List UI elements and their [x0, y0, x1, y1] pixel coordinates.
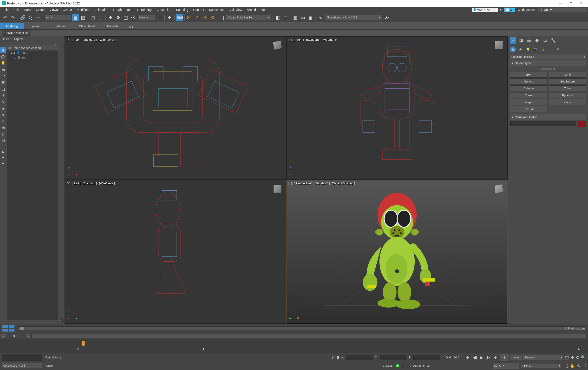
scale-icon[interactable]: ◫ [122, 14, 129, 21]
time-config-icon[interactable]: ＋ [500, 354, 509, 361]
viewport-top[interactable]: [+] [ Top ] [Standard ] [Wireframe ] [65, 36, 286, 180]
helpers-icon[interactable]: ▲ [540, 46, 546, 52]
btn-cylinder[interactable]: Cylinder [510, 85, 548, 91]
ribbon-tab-modeling[interactable]: Modeling [0, 23, 24, 29]
tool-hidden-icon[interactable]: 👁 [0, 118, 6, 124]
nav-hand-icon[interactable]: ✋ [569, 363, 575, 369]
menu-animation[interactable]: Animation [92, 7, 110, 12]
play-icon[interactable]: ▶ [479, 355, 484, 360]
hierarchy-tab-icon[interactable]: 品 [526, 37, 532, 44]
vp-persp-shading[interactable]: [Standard* ] [315, 182, 330, 185]
undo-icon[interactable]: ↶ [2, 14, 9, 21]
vp-left-shading[interactable]: [Standard ] [83, 182, 97, 185]
menu-scripting[interactable]: Scripting [174, 7, 190, 12]
create-tab-icon[interactable]: ＋ [510, 37, 516, 44]
maxscript-mini-label[interactable]: MAXScript Mini [2, 363, 42, 368]
menu-create[interactable]: Create [60, 7, 74, 12]
toggle-layer-explorer-icon[interactable]: ▭ [299, 14, 306, 21]
modify-tab-icon[interactable]: ◪ [518, 37, 524, 44]
utilities-tab-icon[interactable]: 🔧 [550, 37, 556, 44]
maximize-button[interactable]: ▢ [566, 0, 576, 7]
selection-filter-drop[interactable]: All [44, 15, 71, 20]
vp-top-menu[interactable]: [+] [67, 38, 70, 41]
vp-top-style[interactable]: [Wireframe ] [99, 38, 115, 41]
prev-frame-icon[interactable]: ◂▮ [472, 355, 478, 360]
key-filter-drop[interactable]: Selected [523, 355, 563, 360]
tool-extras1-icon[interactable]: ▯ [0, 131, 6, 137]
nav-pan-icon[interactable]: ✥ [570, 355, 574, 360]
close-x[interactable]: x [0, 43, 58, 45]
btn-torus[interactable]: Torus [510, 92, 548, 98]
nav-pan2-icon[interactable]: ⬚ [564, 363, 569, 369]
angle-snap-icon[interactable]: ∠ [194, 14, 200, 21]
ref-coord-drop[interactable]: View [137, 15, 155, 20]
time-tag-icon[interactable]: ⬡ [408, 364, 411, 368]
name-color-rollout[interactable]: ▾ Name and Color [510, 114, 586, 120]
nav-maximize-icon[interactable]: ⛶ [581, 363, 586, 369]
toggle-ribbon-icon[interactable]: ▣ [307, 14, 314, 21]
spacewarps-icon[interactable]: 〰 [548, 46, 554, 52]
menu-substance[interactable]: Substance [207, 7, 226, 12]
rectangular-select-icon[interactable]: ◻ [90, 14, 96, 21]
bind-space-warp-icon[interactable]: 〰️ [34, 14, 41, 21]
scene-item-zeb[interactable]: ⊙ zeb [7, 55, 58, 60]
polygon-modeling-tab[interactable]: Polygon Modeling [2, 30, 31, 36]
scene-tab-display[interactable]: Display [13, 37, 23, 41]
vp-front-shading[interactable]: [Standard ] [306, 38, 320, 41]
menu-content[interactable]: Content [191, 7, 206, 12]
nav-orbit-icon[interactable]: ⟲ [575, 355, 579, 360]
scene-item-bip01[interactable]: ▸⊙👤 Bip01 [7, 51, 58, 55]
btn-pyramid[interactable]: Pyramid [549, 92, 587, 98]
viewport-front[interactable]: [+] [ Front ] [Standard ] [Wireframe ] [286, 36, 508, 180]
scene-tab-select[interactable]: Select [2, 37, 10, 41]
redo-icon[interactable]: ↷ [9, 14, 16, 21]
percent-snap-icon[interactable]: % [201, 14, 208, 21]
isolate-icon[interactable]: ⬚ [565, 355, 569, 360]
ribbon-tab-freeform[interactable]: Freeform [24, 23, 49, 29]
tool-filter2-icon[interactable]: ▼ [0, 154, 6, 161]
link-icon[interactable]: 🔗 [19, 14, 26, 21]
primitive-category-drop[interactable]: Standard Primitives [510, 54, 586, 59]
scene-hscroll[interactable]: ◂ ▸ [18, 326, 585, 330]
menu-file[interactable]: File [1, 7, 11, 12]
btn-plane[interactable]: Plane [549, 99, 587, 105]
nav-orbit2-icon[interactable]: ⟲ [576, 363, 580, 369]
object-name-input[interactable] [510, 121, 577, 126]
tool-frozen-icon[interactable]: ❅ [0, 112, 6, 118]
anim-play-toggle[interactable]: ▸ [60, 318, 63, 322]
tool-helpers-icon[interactable]: 〰 [0, 73, 6, 79]
autogrid-check[interactable]: ☐ AutoGrid [508, 66, 588, 72]
menu-views[interactable]: Views [47, 7, 60, 12]
user-signin[interactable]: mattBU78Z [472, 8, 498, 12]
mirror-icon[interactable]: ◧ [274, 14, 281, 21]
ribbon-collapse-icon[interactable]: ▭ ▾ [125, 24, 137, 29]
more-tools-icon[interactable]: ≫ [383, 14, 390, 21]
vp-left-view[interactable]: [ Left ] [73, 182, 81, 185]
scene-list-header[interactable]: Name (Sorted Ascendi [7, 45, 58, 51]
ribbon-tab-objectpaint[interactable]: Object Paint [73, 23, 101, 29]
menu-graph-editors[interactable]: Graph Editors [111, 7, 134, 12]
create-selection-set-drop[interactable]: Create Selection Set [226, 15, 271, 20]
select-object-icon[interactable]: ▣ [72, 14, 79, 21]
project-path[interactable]: \\Mac\Home...s Max 2022 [325, 15, 382, 20]
coord-display-icon[interactable]: ⊞ [336, 355, 339, 360]
nav-zoom-icon[interactable]: 🔍 [580, 355, 586, 360]
key-filters-drop[interactable]: Filters... [521, 364, 561, 368]
autokey-button[interactable]: Auto [510, 355, 522, 360]
vp-left-menu[interactable]: [+] [67, 182, 70, 185]
cameras-icon[interactable]: 📷 [533, 46, 538, 52]
curve-editor-icon[interactable]: ∿ [317, 14, 324, 21]
ribbon-tab-selection[interactable]: Selection [49, 23, 73, 29]
use-pivot-icon[interactable]: ▫▫ [156, 14, 163, 21]
unlink-icon[interactable]: ⛓ [27, 14, 34, 21]
vp-persp-style[interactable]: [Default Shading ] [332, 182, 355, 185]
close-button[interactable]: ✕ [576, 0, 586, 7]
goto-start-icon[interactable]: ⏮ [465, 355, 471, 360]
enabled-on-icon[interactable] [396, 364, 399, 367]
window-crossing-icon[interactable]: ⬚ [97, 14, 104, 21]
tool-containers-icon[interactable]: ◈ [0, 105, 6, 111]
select-manipulate-icon[interactable]: ✥ [166, 14, 173, 21]
named-selection-icon[interactable]: { } [219, 14, 226, 21]
vp-top-view[interactable]: [ Top ] [73, 38, 80, 41]
motion-tab-icon[interactable]: ◉ [534, 37, 540, 44]
